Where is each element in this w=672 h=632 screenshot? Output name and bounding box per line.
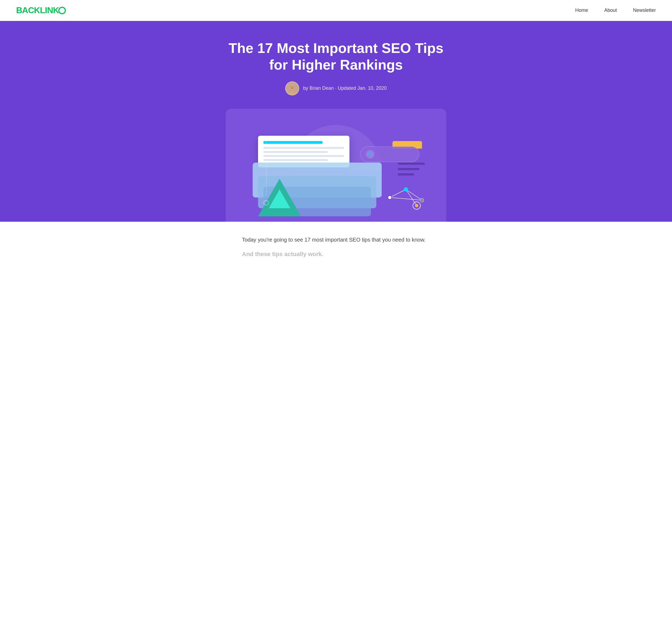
right-lines-decoration [398,163,425,175]
svg-line-10 [406,190,417,205]
graph-network [384,181,427,214]
illustration-container [237,120,435,222]
logo-o-icon [58,7,66,14]
doc-line-2 [263,151,328,153]
nav-newsletter[interactable]: Newsletter [633,7,656,13]
author-avatar [285,81,299,95]
dashed-line-decoration [266,136,267,195]
svg-line-7 [390,190,406,197]
search-icon [366,150,375,159]
svg-point-1 [290,84,295,89]
svg-point-15 [415,204,418,207]
nav-home[interactable]: Home [575,7,588,13]
hero-meta: by Brian Dean · Updated Jan. 10, 2020 [11,81,661,95]
svg-line-6 [371,155,372,156]
hero-section: The 17 Most Important SEO Tips for Highe… [0,21,672,222]
logo-text: BACKLINK [16,5,59,15]
content-section: Today you're going to see 17 most import… [226,222,446,274]
triangle-inner [269,190,290,208]
svg-point-11 [388,196,392,199]
doc-line-blue [263,141,322,144]
site-logo[interactable]: BACKLINK [16,5,66,15]
doc-line-1 [263,147,344,149]
doc-line-4 [263,159,328,161]
hero-title: The 17 Most Important SEO Tips for Highe… [229,40,443,73]
hero-author: by Brian Dean · Updated Jan. 10, 2020 [303,86,386,91]
nav-about[interactable]: About [604,7,617,13]
search-bar-decoration [360,146,419,162]
svg-line-8 [406,190,422,200]
svg-line-9 [390,197,422,200]
svg-point-3 [291,86,292,87]
svg-point-13 [420,198,424,202]
doc-line-3 [263,155,344,157]
right-line-3 [398,173,414,175]
site-header: BACKLINK Home About Newsletter [0,0,672,21]
svg-point-12 [404,187,408,192]
right-line-2 [398,168,419,170]
triangle-outer [258,179,301,216]
intro-paragraph: Today you're going to see 17 most import… [242,235,430,244]
right-line-1 [398,163,425,165]
triangle-mountain [258,179,301,216]
dashed-circle-decoration [263,200,269,205]
highlight-paragraph: And these tips actually work. [242,251,430,258]
hero-illustration [226,109,446,222]
main-nav: Home About Newsletter [575,7,656,13]
svg-point-4 [293,86,294,87]
